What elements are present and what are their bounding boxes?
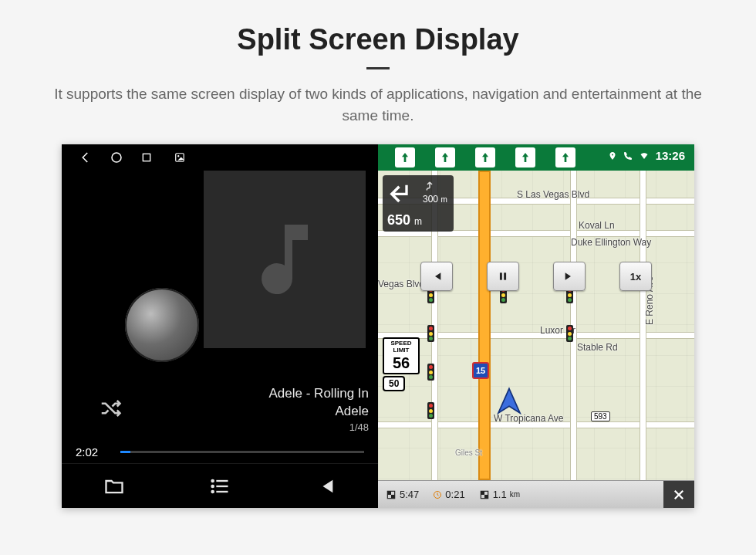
total-turn-distance: 650 bbox=[387, 212, 410, 228]
nav-bottombar: 5:47 0:21 1.1 km bbox=[378, 480, 694, 508]
picture-icon[interactable] bbox=[174, 152, 185, 163]
svg-rect-14 bbox=[391, 495, 395, 499]
folder-button[interactable] bbox=[62, 464, 167, 508]
lane-guidance bbox=[378, 147, 575, 168]
album-art bbox=[204, 171, 366, 348]
elapsed-time: 2:02 bbox=[76, 445, 110, 459]
street-label: Stable Rd bbox=[577, 342, 618, 353]
location-icon bbox=[608, 151, 617, 161]
svg-point-3 bbox=[177, 155, 179, 157]
song-metadata: Adele - Rolling In Adele 1/48 bbox=[269, 385, 369, 434]
street-label: Giles St bbox=[455, 448, 482, 457]
svg-point-8 bbox=[212, 485, 214, 486]
song-title: Adele - Rolling In bbox=[269, 385, 369, 403]
previous-track-button[interactable] bbox=[272, 464, 378, 508]
recents-icon[interactable] bbox=[140, 151, 153, 164]
highway-shield: 15 bbox=[472, 362, 489, 379]
navigation-cursor-icon bbox=[493, 386, 525, 421]
speed-limit-sign: SPEED LIMIT 56 bbox=[383, 337, 420, 374]
statusbar: 13:26 bbox=[62, 144, 694, 171]
nav-prev-button[interactable] bbox=[420, 262, 453, 291]
highway bbox=[478, 171, 491, 480]
speed-limit-label: SPEED LIMIT bbox=[384, 340, 418, 354]
wifi-icon bbox=[639, 151, 650, 161]
back-icon[interactable] bbox=[79, 151, 93, 164]
eta: 5:47 bbox=[386, 489, 419, 500]
next-turn-unit: m bbox=[440, 195, 447, 204]
home-icon[interactable] bbox=[110, 151, 123, 164]
page-title: Split Screen Display bbox=[237, 23, 518, 56]
nav-close-button[interactable] bbox=[663, 481, 694, 509]
nav-media-controls: 1x bbox=[420, 262, 652, 291]
street-label: Koval Ln bbox=[579, 220, 615, 231]
svg-rect-1 bbox=[143, 154, 150, 161]
route-shield: 50 bbox=[383, 376, 405, 391]
next-turn-distance: 300 bbox=[423, 194, 438, 205]
street-label: Vegas Blvd bbox=[378, 279, 424, 289]
disc-icon[interactable] bbox=[125, 288, 199, 362]
remaining-distance: 1.1 km bbox=[479, 489, 520, 500]
street-label: S Las Vegas Blvd bbox=[517, 189, 589, 200]
map-canvas[interactable]: S Las Vegas Blvd Koval Ln Duke Ellington… bbox=[378, 171, 694, 480]
nav-speed-button[interactable]: 1x bbox=[619, 262, 652, 291]
nav-panel: S Las Vegas Blvd Koval Ln Duke Ellington… bbox=[378, 144, 694, 508]
shuffle-icon[interactable] bbox=[97, 397, 123, 423]
svg-point-9 bbox=[212, 490, 214, 492]
svg-rect-17 bbox=[481, 491, 484, 495]
title-underline bbox=[366, 67, 390, 69]
street-label: Duke Ellington Way bbox=[571, 237, 651, 248]
nav-next-button[interactable] bbox=[553, 262, 586, 291]
remaining-time: 0:21 bbox=[433, 489, 464, 500]
status-time: 13:26 bbox=[656, 149, 685, 162]
svg-rect-10 bbox=[500, 272, 502, 279]
phone-icon bbox=[623, 151, 633, 161]
total-turn-unit: m bbox=[414, 216, 422, 227]
track-index: 1/48 bbox=[269, 421, 369, 435]
device-frame: 13:26 Adele - Rolling In Adele 1/48 2:02 bbox=[62, 144, 694, 508]
progress-bar[interactable] bbox=[120, 451, 364, 453]
exit-badge: 593 bbox=[591, 411, 610, 421]
svg-rect-13 bbox=[387, 491, 391, 495]
page-subtitle: It supports the same screen display of t… bbox=[39, 83, 717, 126]
speed-limit-value: 56 bbox=[384, 354, 418, 371]
song-artist: Adele bbox=[269, 403, 369, 421]
svg-point-7 bbox=[212, 479, 214, 481]
svg-rect-2 bbox=[176, 154, 184, 162]
svg-rect-11 bbox=[504, 272, 506, 279]
nav-pause-button[interactable] bbox=[487, 262, 519, 291]
music-panel: Adele - Rolling In Adele 1/48 2:02 bbox=[62, 144, 378, 508]
playlist-button[interactable] bbox=[167, 464, 273, 508]
svg-rect-18 bbox=[484, 495, 488, 499]
svg-point-0 bbox=[112, 153, 121, 162]
turn-card: 300 m 650 m bbox=[383, 175, 454, 232]
